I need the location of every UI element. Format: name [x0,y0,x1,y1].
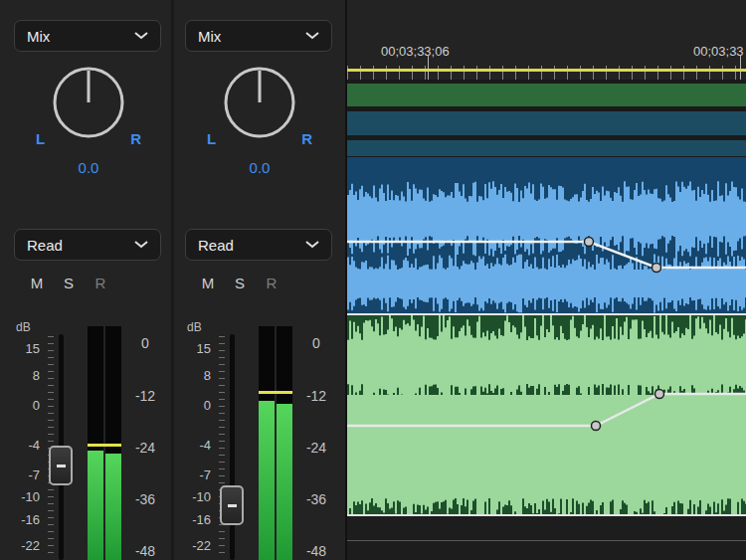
panel-divider [171,0,174,560]
scale-label: -24 [294,440,338,456]
mixer-channel-strip: Mix L R 0.0 Read M S R dB 1580-4-7-10-16… [177,0,342,560]
ruler-timecode: 00;03;33;06 [381,44,450,59]
level-meter-left-fill [88,451,103,560]
level-meter-right-fill [277,404,292,560]
record-arm-button[interactable]: R [92,275,109,291]
scale-label: -4 [177,438,211,454]
scale-label: -12 [123,388,167,404]
mixer-channel-strip: Mix L R 0.0 Read M S R dB 1580-4-7-10-16… [6,0,171,560]
audio-track-mixer-panel: Mix L R 0.0 Read M S R dB 1580-4-7-10-16… [0,0,746,560]
scale-label: -16 [6,512,40,528]
video-track-clip[interactable] [347,84,746,106]
scale-label: 15 [6,341,40,357]
volume-fader-handle[interactable] [220,485,244,525]
volume-fader-track[interactable] [230,334,235,560]
scale-label: -16 [177,512,211,528]
empty-track-area [347,516,746,560]
ruler-major-tick [740,56,741,80]
peak-indicator [259,391,292,394]
meter-db-scale: 0-12-24-36-48 [123,0,167,560]
scale-label: -36 [123,491,167,507]
volume-fader-handle[interactable] [49,446,73,485]
peak-indicator [88,444,121,447]
scale-label: -7 [6,467,40,483]
scale-label: 8 [177,368,211,384]
scale-label: 0 [123,335,167,351]
scale-label: -36 [294,491,338,507]
scale-label: -22 [177,538,211,554]
ruler-major-tick [428,56,429,80]
timeline-panel: 00;03;33;06 00;03;33 [345,0,746,560]
collapsed-track-clip[interactable] [347,111,746,135]
scale-label: 0 [6,398,40,414]
pan-knob[interactable] [41,58,136,149]
scale-label: -24 [123,440,167,456]
scale-label: -10 [6,489,40,505]
scale-label: -48 [123,543,167,559]
collapsed-track-clip[interactable] [347,140,746,156]
track-separator [347,540,746,541]
pan-knob[interactable] [212,58,307,149]
scale-label: -7 [177,467,211,483]
scale-label: 8 [6,368,40,384]
level-meter-left [259,326,275,560]
work-area-bar[interactable] [347,69,746,72]
audio-clip-waveform-blue[interactable] [347,157,746,313]
scale-label: 15 [177,341,211,357]
record-arm-button[interactable]: R [263,275,280,291]
meter-db-scale: 0-12-24-36-48 [294,0,338,560]
ruler-timecode: 00;03;33 [693,44,744,59]
scale-label: 0 [294,335,338,351]
time-ruler[interactable]: 00;03;33;06 00;03;33 [347,0,746,80]
solo-button[interactable]: S [60,275,78,291]
scale-label: -22 [6,538,40,554]
solo-button[interactable]: S [231,275,249,291]
scale-label: -10 [177,489,211,505]
scale-label: -12 [294,388,338,404]
audio-clip-waveform-green[interactable] [347,315,746,514]
level-meter-right [277,326,292,560]
scale-label: -4 [6,438,40,454]
level-meter-right-fill [105,454,121,560]
fader-db-scale: 1580-4-7-10-16-22 [6,0,40,560]
scale-label: 0 [177,398,211,414]
fader-db-scale: 1580-4-7-10-16-22 [177,0,211,560]
level-meter-left-fill [259,401,275,560]
scale-label: -48 [294,543,338,559]
